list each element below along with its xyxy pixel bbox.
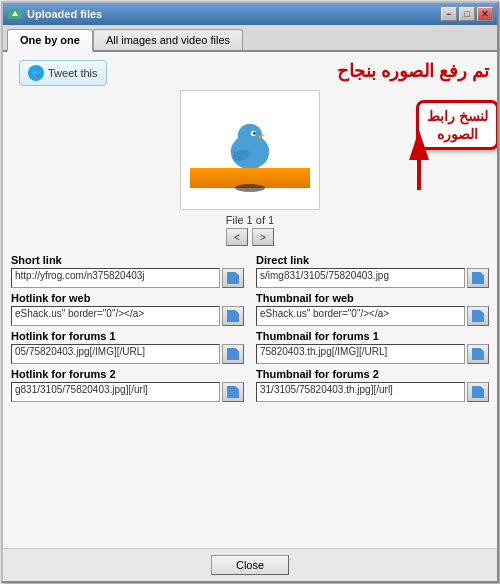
- tab-all-images[interactable]: All images and video files: [93, 29, 243, 50]
- svg-point-3: [238, 124, 263, 149]
- file-counter: File 1 of 1: [226, 214, 274, 226]
- navigation-buttons: < >: [226, 228, 274, 246]
- image-frame: [180, 90, 320, 210]
- hotlink-web-row: eShack.us" border="0"/></a>: [11, 306, 244, 326]
- hotlink-forums2-copy[interactable]: [222, 382, 244, 402]
- tweet-button[interactable]: 🐦 Tweet this: [19, 60, 107, 86]
- thumb-forums2-group: Thumbnail for forums 2 31/3105/75820403.…: [256, 368, 489, 402]
- copy-icon-4: [227, 386, 239, 398]
- window-controls: − □ ✕: [441, 7, 493, 21]
- thumb-web-input[interactable]: eShack.us" border="0"/></a>: [256, 306, 465, 326]
- title-bar: Uploaded files − □ ✕: [3, 3, 497, 25]
- hotlink-forums2-group: Hotlink for forums 2 g831/3105/75820403.…: [11, 368, 244, 402]
- bottom-bar: Close: [3, 548, 497, 581]
- thumb-web-group: Thumbnail for web eShack.us" border="0"/…: [256, 292, 489, 326]
- hotlink-forums1-row: 05/75820403.jpg[/IMG][/URL]: [11, 344, 244, 364]
- hotlink-web-label: Hotlink for web: [11, 292, 244, 304]
- thumb-web-label: Thumbnail for web: [256, 292, 489, 304]
- thumb-forums2-row: 31/3105/75820403.th.jpg][/url]: [256, 382, 489, 402]
- short-link-copy[interactable]: [222, 268, 244, 288]
- thumb-forums2-label: Thumbnail for forums 2: [256, 368, 489, 380]
- left-column: Short link http://yfrog.com/n375820403j …: [11, 254, 244, 540]
- hotlink-forums2-input[interactable]: g831/3105/75820403.jpg][/url]: [11, 382, 220, 402]
- tabs-bar: One by one All images and video files: [3, 25, 497, 52]
- svg-marker-8: [409, 130, 429, 190]
- prev-button[interactable]: <: [226, 228, 248, 246]
- svg-point-5: [253, 132, 256, 135]
- hotlink-web-group: Hotlink for web eShack.us" border="0"/><…: [11, 292, 244, 326]
- thumb-forums1-row: 75820403.th.jpg[/IMG][/URL]: [256, 344, 489, 364]
- direct-link-input[interactable]: s/img831/3105/75820403.jpg: [256, 268, 465, 288]
- tweet-label: Tweet this: [48, 67, 98, 79]
- short-link-label: Short link: [11, 254, 244, 266]
- copy-icon-7: [472, 348, 484, 360]
- hotlink-forums2-label: Hotlink for forums 2: [11, 368, 244, 380]
- window-icon: [7, 6, 23, 22]
- thumb-forums1-copy[interactable]: [467, 344, 489, 364]
- close-window-button[interactable]: ✕: [477, 7, 493, 21]
- twitter-icon: 🐦: [28, 65, 44, 81]
- short-link-row: http://yfrog.com/n375820403j: [11, 268, 244, 288]
- thumb-web-row: eShack.us" border="0"/></a>: [256, 306, 489, 326]
- direct-link-group: Direct link s/img831/3105/75820403.jpg: [256, 254, 489, 288]
- image-area: لنسخ رابط الصوره File 1 of 1 < >: [11, 90, 489, 246]
- copy-icon-5: [472, 272, 484, 284]
- top-row: 🐦 Tweet this تم رفع الصوره بنجاح: [11, 60, 489, 86]
- thumb-forums1-group: Thumbnail for forums 1 75820403.th.jpg[/…: [256, 330, 489, 364]
- direct-link-copy[interactable]: [467, 268, 489, 288]
- thumb-forums1-input[interactable]: 75820403.th.jpg[/IMG][/URL]: [256, 344, 465, 364]
- thumb-forums2-copy[interactable]: [467, 382, 489, 402]
- hotlink-forums1-group: Hotlink for forums 1 05/75820403.jpg[/IM…: [11, 330, 244, 364]
- uploaded-image: [190, 100, 310, 200]
- tab-one-by-one[interactable]: One by one: [7, 29, 93, 52]
- hotlink-forums1-input[interactable]: 05/75820403.jpg[/IMG][/URL]: [11, 344, 220, 364]
- short-link-group: Short link http://yfrog.com/n375820403j: [11, 254, 244, 288]
- thumb-web-copy[interactable]: [467, 306, 489, 326]
- restore-button[interactable]: □: [459, 7, 475, 21]
- links-grid: Short link http://yfrog.com/n375820403j …: [11, 254, 489, 540]
- copy-icon-8: [472, 386, 484, 398]
- minimize-button[interactable]: −: [441, 7, 457, 21]
- success-message: تم رفع الصوره بنجاح: [107, 60, 489, 82]
- hotlink-forums1-copy[interactable]: [222, 344, 244, 364]
- hotlink-forums2-row: g831/3105/75820403.jpg][/url]: [11, 382, 244, 402]
- hotlink-web-copy[interactable]: [222, 306, 244, 326]
- short-link-input[interactable]: http://yfrog.com/n375820403j: [11, 268, 220, 288]
- hotlink-web-input[interactable]: eShack.us" border="0"/></a>: [11, 306, 220, 326]
- right-column: Direct link s/img831/3105/75820403.jpg T…: [256, 254, 489, 540]
- direct-link-row: s/img831/3105/75820403.jpg: [256, 268, 489, 288]
- copy-icon-1: [227, 272, 239, 284]
- direct-link-label: Direct link: [256, 254, 489, 266]
- arrow-indicator: [399, 130, 439, 192]
- content-area: 🐦 Tweet this تم رفع الصوره بنجاح: [3, 52, 497, 548]
- copy-icon-2: [227, 310, 239, 322]
- copy-icon-3: [227, 348, 239, 360]
- main-window: Uploaded files − □ ✕ One by one All imag…: [1, 1, 499, 583]
- next-button[interactable]: >: [252, 228, 274, 246]
- thumb-forums2-input[interactable]: 31/3105/75820403.th.jpg][/url]: [256, 382, 465, 402]
- hotlink-forums1-label: Hotlink for forums 1: [11, 330, 244, 342]
- close-button[interactable]: Close: [211, 555, 289, 575]
- shadow: [235, 184, 265, 192]
- thumb-forums1-label: Thumbnail for forums 1: [256, 330, 489, 342]
- copy-icon-6: [472, 310, 484, 322]
- window-title: Uploaded files: [27, 8, 441, 20]
